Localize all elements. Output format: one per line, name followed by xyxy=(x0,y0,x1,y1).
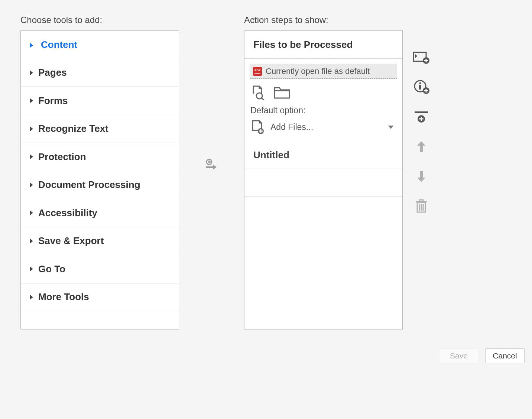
svg-rect-15 xyxy=(419,85,421,90)
chevron-down-icon xyxy=(388,126,393,129)
default-option-label: Default option: xyxy=(250,104,397,119)
browse-file-icon[interactable] xyxy=(250,85,265,100)
category-more-tools[interactable]: More Tools xyxy=(21,283,179,312)
chevron-right-icon xyxy=(30,238,33,244)
add-instruction-icon[interactable] xyxy=(412,80,431,95)
category-label: More Tools xyxy=(38,291,89,303)
category-label: Go To xyxy=(38,263,65,275)
current-file-row[interactable]: PDF Currently open file as default xyxy=(250,64,397,79)
trash-icon[interactable] xyxy=(412,199,431,214)
category-label: Recognize Text xyxy=(38,123,108,134)
add-divider-icon[interactable] xyxy=(412,110,431,124)
category-accessibility[interactable]: Accessibility xyxy=(21,199,179,227)
svg-point-3 xyxy=(256,93,262,99)
pdf-icon: PDF xyxy=(253,67,262,76)
add-file-icon xyxy=(250,119,265,135)
chevron-right-icon xyxy=(30,70,33,75)
category-label: Content xyxy=(41,39,77,51)
tools-panel: Content Pages Forms Recognize Text Prote… xyxy=(20,30,179,329)
add-files-dropdown[interactable]: Add Files... xyxy=(250,119,397,136)
folder-icon[interactable] xyxy=(273,85,291,100)
category-label: Pages xyxy=(38,67,67,78)
action-panel: Files to be Processed PDF Currently open… xyxy=(244,30,403,329)
chevron-right-icon xyxy=(30,182,33,188)
chevron-right-icon xyxy=(30,98,33,103)
category-content[interactable]: Content xyxy=(21,31,179,59)
chevron-right-icon xyxy=(30,266,33,272)
category-recognize-text[interactable]: Recognize Text xyxy=(21,115,179,143)
current-file-label: Currently open file as default xyxy=(266,66,370,76)
action-name-header[interactable]: Untitled xyxy=(244,141,402,169)
category-label: Forms xyxy=(38,95,68,107)
save-button[interactable]: Save xyxy=(439,348,479,363)
category-label: Accessibility xyxy=(38,207,97,219)
svg-rect-25 xyxy=(419,200,423,202)
category-forms[interactable]: Forms xyxy=(21,87,179,115)
cancel-button[interactable]: Cancel xyxy=(485,348,525,363)
chevron-right-icon xyxy=(30,43,36,48)
chevron-right-icon xyxy=(30,295,33,300)
category-pages[interactable]: Pages xyxy=(21,59,179,87)
move-up-icon[interactable] xyxy=(412,139,431,154)
add-to-action-arrow-icon[interactable] xyxy=(205,158,219,172)
category-protection[interactable]: Protection xyxy=(21,143,179,171)
category-label: Document Processing xyxy=(38,179,140,191)
action-steps-label: Action steps to show: xyxy=(244,15,403,25)
add-files-label: Add Files... xyxy=(270,122,383,132)
svg-point-14 xyxy=(419,82,421,84)
category-label: Protection xyxy=(38,151,86,163)
move-down-icon[interactable] xyxy=(412,169,431,184)
category-label: Save & Export xyxy=(38,235,104,247)
svg-line-4 xyxy=(262,98,264,100)
category-go-to[interactable]: Go To xyxy=(21,255,179,283)
chevron-right-icon xyxy=(30,126,33,131)
chevron-right-icon xyxy=(30,154,33,159)
choose-tools-label: Choose tools to add: xyxy=(20,15,179,25)
files-to-process-header: Files to be Processed xyxy=(244,31,402,59)
category-save-export[interactable]: Save & Export xyxy=(21,227,179,256)
empty-step-row xyxy=(244,169,402,197)
add-panel-icon[interactable] xyxy=(412,50,431,65)
category-document-processing[interactable]: Document Processing xyxy=(21,171,179,199)
chevron-right-icon xyxy=(30,210,33,215)
